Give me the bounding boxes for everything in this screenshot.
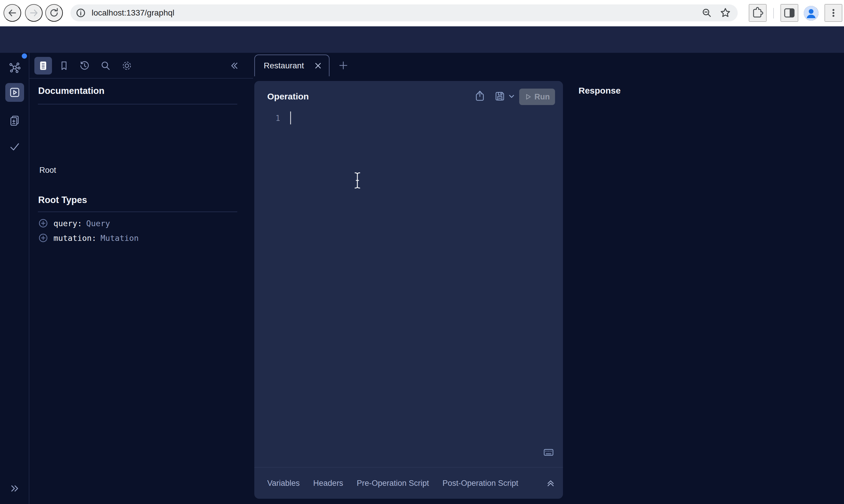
collapse-bottom-panel-button[interactable] <box>545 478 556 488</box>
schema-notification-dot <box>22 53 27 59</box>
root-types-title: Root Types <box>38 195 87 205</box>
collapse-panel-button[interactable] <box>226 57 243 74</box>
avatar <box>804 6 819 20</box>
browser-profile-button[interactable] <box>804 6 819 20</box>
browser-extensions-button[interactable] <box>749 4 767 22</box>
double-chevron-left-icon <box>228 60 240 72</box>
close-icon <box>314 61 323 70</box>
left-nav-rail <box>0 53 29 504</box>
browser-back-button[interactable] <box>3 4 21 22</box>
plus-icon <box>338 60 349 71</box>
explorer-play-icon <box>9 87 20 98</box>
browser-toolbar: localhost:1337/graphql <box>0 0 844 26</box>
bookmark-star-icon[interactable] <box>720 7 731 19</box>
add-tab-button[interactable] <box>336 58 351 73</box>
response-title: Response <box>579 86 621 96</box>
tab-post-operation-script[interactable]: Post-Operation Script <box>443 479 518 488</box>
saved-operations-button[interactable] <box>55 57 73 74</box>
tab-headers[interactable]: Headers <box>313 479 343 488</box>
divider <box>38 104 237 105</box>
query-field-label[interactable]: query:Query <box>53 219 110 228</box>
changelog-diff-icon <box>8 114 21 127</box>
documentation-toolbar <box>29 53 253 78</box>
history-button[interactable] <box>76 57 93 74</box>
documentation-tab-button[interactable] <box>34 57 52 74</box>
share-operation-button[interactable] <box>472 88 488 105</box>
gear-icon <box>121 60 133 71</box>
operation-editor[interactable] <box>287 109 554 461</box>
explorer-settings-button[interactable] <box>118 57 136 74</box>
sidebar-item-schema[interactable] <box>5 59 24 77</box>
url-text[interactable]: localhost:1337/graphql <box>92 8 174 18</box>
tab-restaurant[interactable]: Restaurant <box>254 55 329 76</box>
double-chevron-up-icon <box>545 478 556 488</box>
close-tab-button[interactable] <box>314 61 323 70</box>
chevron-down-icon <box>508 92 515 100</box>
operation-panel: Operation Run 1 <box>254 81 563 499</box>
operation-bottom-bar: Variables Headers Pre-Operation Script P… <box>267 468 556 499</box>
keyboard-icon <box>543 447 554 458</box>
editor-line-number: 1 <box>271 114 280 123</box>
arrow-left-icon <box>7 7 18 18</box>
puzzle-icon <box>752 7 764 19</box>
site-info-icon[interactable] <box>75 7 86 18</box>
save-floppy-icon <box>494 90 506 102</box>
arrow-right-icon <box>29 7 39 18</box>
save-options-chevron-button[interactable] <box>506 88 517 105</box>
add-mutation-button[interactable] <box>38 233 48 243</box>
kebab-menu-icon <box>828 7 839 18</box>
toolbar-divider <box>773 8 774 18</box>
add-query-button[interactable] <box>38 218 48 228</box>
tab-label: Restaurant <box>264 61 304 70</box>
browser-forward-button[interactable] <box>25 4 42 22</box>
tab-pre-operation-script[interactable]: Pre-Operation Script <box>357 479 429 488</box>
run-play-icon <box>524 93 532 100</box>
divider <box>38 212 237 212</box>
history-clock-icon <box>79 60 90 71</box>
mutation-field-label[interactable]: mutation:Mutation <box>53 234 139 242</box>
run-button[interactable]: Run <box>519 89 555 105</box>
graph-schema-icon <box>8 61 21 74</box>
browser-side-panel-button[interactable] <box>780 4 798 22</box>
double-chevron-right-icon <box>9 483 20 494</box>
reload-icon <box>49 7 59 18</box>
expand-rail-button[interactable] <box>5 479 24 498</box>
sidebar-item-checks[interactable] <box>5 137 24 156</box>
browser-address-bar[interactable]: localhost:1337/graphql <box>70 4 738 21</box>
checkmark-icon <box>8 140 21 153</box>
keyboard-shortcuts-button[interactable] <box>541 445 556 460</box>
document-list-icon <box>38 60 49 71</box>
search-icon <box>100 60 111 71</box>
zoom-out-icon[interactable] <box>701 7 712 18</box>
tab-variables[interactable]: Variables <box>267 479 300 488</box>
mouse-cursor-ibeam <box>352 171 362 190</box>
documentation-title: Documentation <box>38 86 105 96</box>
bookmark-icon <box>59 60 69 71</box>
doc-root-item: Root <box>39 166 56 175</box>
browser-reload-button[interactable] <box>45 4 63 22</box>
root-type-mutation-row: mutation:Mutation <box>38 231 139 245</box>
app-header: A SANDBOX http://localhost:1337/gra… Pub… <box>0 26 844 53</box>
share-icon <box>474 90 486 102</box>
operation-title: Operation <box>267 92 309 102</box>
browser-menu-button[interactable] <box>825 4 842 22</box>
app-body: Documentation Root Root Types query:Quer… <box>0 53 844 504</box>
side-panel-icon <box>783 7 795 19</box>
sidebar-item-changelog[interactable] <box>5 111 24 130</box>
search-button[interactable] <box>97 57 114 74</box>
run-label: Run <box>534 92 550 102</box>
sidebar-item-explorer[interactable] <box>5 83 24 102</box>
documentation-panel: Documentation Root Root Types query:Quer… <box>29 53 253 504</box>
root-type-query-row: query:Query <box>38 216 110 231</box>
